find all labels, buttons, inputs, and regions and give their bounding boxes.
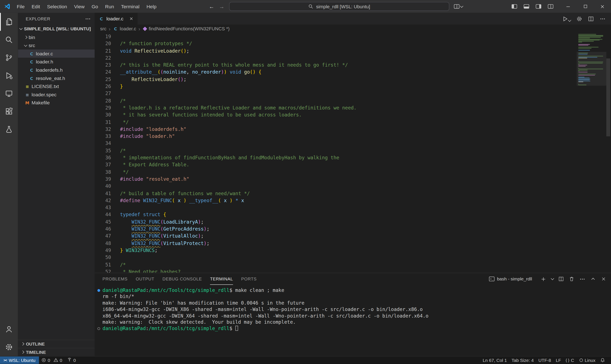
go-forward-icon[interactable] <box>219 3 224 10</box>
toggle-primary-sidebar-icon[interactable] <box>512 4 517 9</box>
eol-status[interactable]: LF <box>554 357 563 364</box>
line-number: 27 <box>95 90 111 97</box>
tree-item-loader-spec[interactable]: ≡loader.spec <box>18 90 95 99</box>
breadcrumb-item[interactable]: Cloader.c <box>113 26 136 32</box>
split-terminal-icon[interactable] <box>558 276 564 282</box>
tree-item-src[interactable]: src <box>18 41 95 50</box>
tree-item-loader-c[interactable]: Cloader.c <box>18 49 95 58</box>
close-tab-icon[interactable] <box>129 16 134 21</box>
menu-selection[interactable]: Selection <box>43 0 71 13</box>
cursor-position[interactable]: Ln 67, Col 1 <box>480 357 509 364</box>
run-c-file-button[interactable] <box>562 16 570 22</box>
maximize-panel-icon[interactable] <box>590 276 596 282</box>
workspace-root-label: SIMPLE_RDLL [WSL: UBUNTU] <box>24 26 91 31</box>
tree-item-makefile[interactable]: MMakefile <box>18 99 95 107</box>
problems-status[interactable]: 0 0 <box>39 357 65 364</box>
line-number: 36 <box>95 154 111 161</box>
breadcrumb-item[interactable]: findNeededFunctions(WIN32FUNCS *) <box>143 26 230 32</box>
split-editor-icon[interactable] <box>588 16 594 22</box>
kill-terminal-trash-icon[interactable] <box>569 276 574 282</box>
activity-remote-explorer[interactable] <box>0 85 18 103</box>
minimap[interactable] <box>577 34 606 273</box>
panel-tab-output[interactable]: OUTPUT <box>136 273 154 285</box>
menu-go[interactable]: Go <box>88 0 102 13</box>
activity-manage[interactable] <box>0 338 18 356</box>
menu-edit[interactable]: Edit <box>28 0 44 13</box>
scrollbar-thumb[interactable] <box>606 59 610 136</box>
maximize-button[interactable] <box>577 0 594 13</box>
customize-layout-icon[interactable] <box>548 4 553 9</box>
code-line: 51/* <box>95 261 611 269</box>
terminal-line: rm -f bin/* <box>95 294 611 300</box>
code-line: 23/* this is the REAL entry point to thi… <box>95 62 611 69</box>
command-decoration-open[interactable] <box>97 327 100 330</box>
activity-source-control[interactable] <box>0 49 18 67</box>
tree-item-loaderdefs-h[interactable]: Cloaderdefs.h <box>18 66 95 74</box>
menu-view[interactable]: View <box>71 0 88 13</box>
timeline-section[interactable]: TIMELINE <box>18 348 95 356</box>
close-panel-icon[interactable] <box>601 276 606 282</box>
tab-loader-c[interactable]: C loader.c <box>95 13 137 25</box>
activity-testing[interactable] <box>0 120 18 138</box>
remote-indicator[interactable]: WSL: Ubuntu <box>0 357 39 364</box>
outline-section[interactable]: OUTLINE <box>18 340 95 348</box>
indentation-status[interactable]: Tab Size: 4 <box>509 357 536 364</box>
code-text: /* <box>120 147 126 155</box>
code-line: 34 <box>95 140 611 147</box>
panel-tab-problems[interactable]: PROBLEMS <box>103 273 128 285</box>
minimize-button[interactable] <box>560 0 577 13</box>
close-window-button[interactable] <box>594 0 611 13</box>
command-decoration-filled[interactable] <box>97 289 100 292</box>
c-file-icon: C <box>99 16 104 21</box>
encoding-status[interactable]: UTF-8 <box>536 357 554 364</box>
activity-accounts[interactable] <box>0 320 18 338</box>
activity-bar <box>0 13 18 356</box>
go-back-icon[interactable] <box>209 3 214 10</box>
panel-tab-terminal[interactable]: TERMINAL <box>210 273 233 285</box>
tree-item-license-txt[interactable]: ≡LICENSE.txt <box>18 82 95 91</box>
os-target-status[interactable]: Linux <box>576 357 598 364</box>
activity-run-debug[interactable] <box>0 67 18 84</box>
activity-explorer[interactable] <box>0 13 18 31</box>
panel-more-actions-icon[interactable] <box>579 276 585 282</box>
code-line: 39#include "resolve_eat.h" <box>95 176 611 183</box>
tree-item-bin[interactable]: bin <box>18 33 95 41</box>
menu-help[interactable]: Help <box>143 0 160 13</box>
breadcrumb-item[interactable]: src <box>100 26 106 32</box>
layout-grid-icon[interactable] <box>454 4 463 9</box>
explorer-more-actions-icon[interactable] <box>85 16 91 22</box>
tree-item-loader-h[interactable]: Cloader.h <box>18 58 95 66</box>
menu-terminal[interactable]: Terminal <box>117 0 143 13</box>
new-terminal-icon[interactable] <box>540 276 546 282</box>
explorer-sidebar: EXPLORER SIMPLE_RDLL [WSL: UBUNTU] binsr… <box>18 13 95 356</box>
menu-file[interactable]: File <box>13 0 28 13</box>
workspace-root-row[interactable]: SIMPLE_RDLL [WSL: UBUNTU] <box>18 25 95 33</box>
activity-search[interactable] <box>0 31 18 49</box>
more-actions-icon[interactable] <box>600 16 606 22</box>
terminal-content[interactable]: daniel@RastaPad:/mnt/c/Tools/tcg/simple_… <box>95 285 611 356</box>
toggle-secondary-sidebar-icon[interactable] <box>536 4 541 9</box>
terminal-profile-chevron-icon[interactable] <box>551 277 554 280</box>
activity-extensions[interactable] <box>0 103 18 120</box>
menu-run[interactable]: Run <box>102 0 117 13</box>
editor-scrollbar[interactable] <box>606 33 611 273</box>
code-line: 41/* build a table of functions we need/… <box>95 190 611 197</box>
tree-item-label: loader.c <box>36 51 53 56</box>
code-text: * Export Address Table. <box>120 161 189 169</box>
tree-item-resolve-eat-h[interactable]: Cresolve_eat.h <box>18 74 95 82</box>
ports-status[interactable]: 0 <box>65 357 78 364</box>
terminal-instance[interactable]: bash - simple_rdll <box>489 277 532 281</box>
code-text: WIN32_FUNC(VirtualProtect); <box>120 240 210 247</box>
braces-icon <box>566 358 569 362</box>
settings-gear-icon[interactable] <box>576 16 582 22</box>
panel-tab-debug-console[interactable]: DEBUG CONSOLE <box>163 273 202 285</box>
code-editor[interactable]: 1920/* function prototypes */21void Refl… <box>95 33 611 273</box>
chevron-down-icon <box>24 43 27 46</box>
command-center-search[interactable]: simple_rdll [WSL: Ubuntu] <box>229 2 449 11</box>
panel-tab-ports[interactable]: PORTS <box>241 273 257 285</box>
explorer-header: EXPLORER <box>18 13 95 25</box>
minimap-viewport[interactable] <box>577 52 606 86</box>
toggle-panel-icon[interactable] <box>524 4 529 9</box>
notifications[interactable] <box>598 357 607 364</box>
language-status[interactable]: C <box>563 357 576 364</box>
